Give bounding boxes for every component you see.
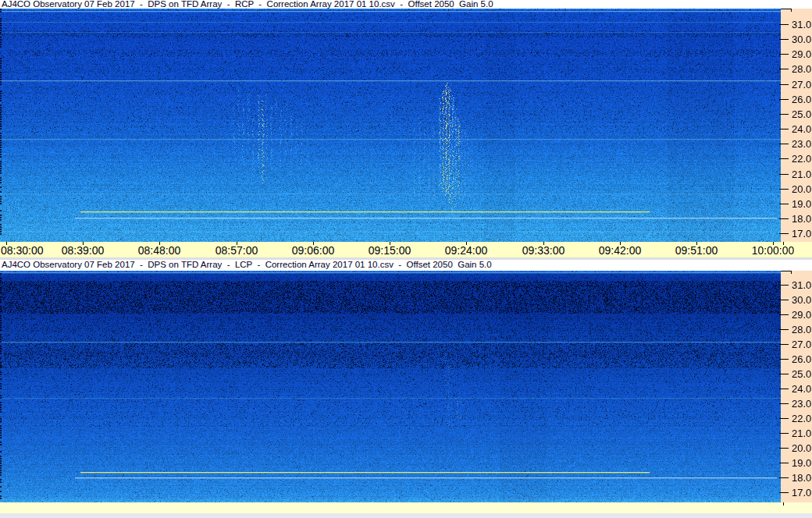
freq-tick bbox=[779, 158, 789, 159]
time-tick-label: 08:39:00 bbox=[62, 244, 105, 257]
freq-tick-label: 20.0 bbox=[792, 442, 811, 454]
freq-tick-label: 22.0 bbox=[792, 153, 811, 165]
freq-tick-label: 23.0 bbox=[792, 398, 811, 410]
freq-tick-label: 26.0 bbox=[792, 353, 811, 365]
freq-tick-label: 18.0 bbox=[792, 213, 811, 225]
freq-tick-label: 17.0 bbox=[792, 228, 811, 239]
freq-tick bbox=[779, 314, 789, 315]
freq-tick bbox=[779, 233, 789, 234]
freq-tick-label: 31.0 bbox=[792, 279, 811, 291]
freq-tick-label: 22.0 bbox=[792, 413, 811, 424]
freq-tick bbox=[779, 39, 789, 40]
freq-tick-label: 19.0 bbox=[792, 457, 811, 469]
freq-tick-label: 25.0 bbox=[792, 108, 811, 120]
axis-bottom-tick bbox=[783, 502, 784, 506]
freq-tick-label: 21.0 bbox=[792, 169, 811, 180]
time-tick-label: 10:00:00 bbox=[752, 244, 795, 257]
freq-tick-label: 21.0 bbox=[792, 428, 811, 439]
freq-tick bbox=[779, 129, 789, 130]
freq-tick-label: 27.0 bbox=[792, 79, 811, 90]
rcp-frequency-axis: 31.030.029.028.027.026.025.024.023.022.0… bbox=[781, 9, 812, 242]
freq-tick bbox=[779, 114, 789, 115]
freq-tick-label: 17.0 bbox=[792, 487, 811, 498]
freq-tick bbox=[779, 69, 789, 69]
freq-tick-label: 27.0 bbox=[792, 339, 811, 350]
freq-tick-label: 28.0 bbox=[792, 63, 811, 75]
freq-tick bbox=[779, 477, 789, 478]
lcp-title-bar: AJ4CO Observatory 07 Feb 2017 - DPS on T… bbox=[0, 260, 812, 271]
freq-tick bbox=[779, 463, 789, 463]
freq-tick-label: 30.0 bbox=[792, 294, 811, 306]
freq-tick-label: 24.0 bbox=[792, 383, 811, 395]
freq-tick bbox=[779, 189, 789, 190]
freq-tick-label: 31.0 bbox=[792, 19, 811, 30]
time-tick-label: 08:48:00 bbox=[138, 244, 181, 257]
time-tick-label: 08:30:00 bbox=[1, 244, 44, 257]
rcp-title-bar: AJ4CO Observatory 07 Feb 2017 - DPS on T… bbox=[0, 0, 812, 9]
freq-tick bbox=[779, 144, 789, 144]
freq-tick-label: 25.0 bbox=[792, 368, 811, 380]
freq-tick-label: 23.0 bbox=[792, 138, 811, 150]
freq-tick bbox=[779, 492, 789, 493]
freq-tick bbox=[779, 403, 789, 404]
freq-tick bbox=[779, 24, 789, 25]
freq-tick bbox=[779, 359, 789, 360]
time-tick-label: 09:06:00 bbox=[292, 244, 335, 257]
freq-tick bbox=[779, 433, 789, 434]
axis-top-line bbox=[781, 9, 792, 9]
window-bottom-strip bbox=[0, 513, 812, 518]
time-tick-label: 09:42:00 bbox=[599, 244, 642, 257]
time-tick-label: 09:15:00 bbox=[369, 244, 411, 257]
freq-tick bbox=[779, 204, 789, 204]
time-tick-label: 09:51:00 bbox=[675, 244, 718, 257]
freq-tick-label: 24.0 bbox=[792, 123, 811, 135]
freq-tick-label: 30.0 bbox=[792, 34, 811, 45]
freq-tick-label: 26.0 bbox=[792, 94, 811, 105]
freq-tick-label: 29.0 bbox=[792, 309, 811, 321]
freq-tick bbox=[779, 84, 789, 85]
axis-top-tick bbox=[791, 271, 792, 274]
freq-tick bbox=[779, 448, 789, 449]
freq-tick bbox=[779, 344, 789, 345]
freq-tick bbox=[779, 418, 789, 419]
lcp-frequency-axis: 31.030.029.028.027.026.025.024.023.022.0… bbox=[781, 271, 812, 502]
spectrograph-screen: { "app": { "name": "Radio spectrograph d… bbox=[0, 0, 812, 518]
freq-tick bbox=[779, 329, 789, 330]
freq-tick bbox=[779, 388, 789, 389]
time-tick-label: 08:57:00 bbox=[215, 244, 258, 257]
axis-top-line bbox=[781, 271, 792, 271]
time-axis: 08:30:0008:39:0008:48:0008:57:0009:06:00… bbox=[0, 242, 812, 257]
axis-top-tick bbox=[791, 9, 792, 12]
freq-tick bbox=[779, 174, 789, 175]
freq-tick bbox=[779, 99, 789, 100]
time-tick-label: 09:33:00 bbox=[522, 244, 565, 257]
freq-tick-label: 19.0 bbox=[792, 198, 811, 210]
freq-tick bbox=[779, 285, 789, 286]
rcp-spectrogram-canvas bbox=[0, 9, 781, 242]
freq-tick-label: 20.0 bbox=[792, 183, 811, 195]
empty-time-bar bbox=[0, 502, 812, 513]
freq-tick bbox=[779, 300, 789, 300]
freq-tick-label: 29.0 bbox=[792, 48, 811, 60]
axis-bottom-tick bbox=[783, 242, 784, 245]
freq-tick bbox=[779, 374, 789, 374]
rcp-panel: 31.030.029.028.027.026.025.024.023.022.0… bbox=[0, 9, 812, 242]
lcp-panel: 31.030.029.028.027.026.025.024.023.022.0… bbox=[0, 271, 812, 502]
freq-tick bbox=[779, 218, 789, 219]
freq-tick bbox=[779, 54, 789, 55]
time-tick-label: 09:24:00 bbox=[445, 244, 488, 257]
freq-tick-label: 28.0 bbox=[792, 324, 811, 335]
freq-tick-label: 18.0 bbox=[792, 472, 811, 484]
lcp-spectrogram-canvas bbox=[0, 271, 781, 502]
